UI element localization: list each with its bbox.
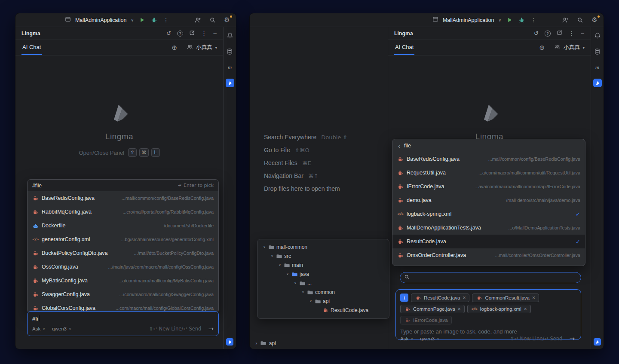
history-button[interactable]: ↺ <box>166 30 171 37</box>
remove-chip-button[interactable]: × <box>463 295 466 300</box>
tree-row[interactable]: ∨ src <box>257 251 389 260</box>
tree-row[interactable]: ∨ mall-common <box>257 242 389 251</box>
tab-ai-chat[interactable]: AI Chat <box>394 40 414 55</box>
debug-button[interactable] <box>150 16 158 24</box>
panel-more-button[interactable]: ⋮ <box>201 30 207 37</box>
run-button[interactable] <box>138 16 146 24</box>
new-conversation-button[interactable] <box>557 30 563 37</box>
database-button[interactable] <box>593 47 602 56</box>
model-select[interactable]: qwen3 ∨ <box>52 326 71 331</box>
tree-row[interactable]: ∨ api <box>257 297 389 306</box>
lingma-plugin-button[interactable] <box>593 79 602 87</box>
run-button[interactable] <box>506 16 513 24</box>
tree-row[interactable]: ∨ java <box>257 269 389 278</box>
more-actions-button[interactable]: ⋮ <box>530 16 537 24</box>
chevron-down-icon[interactable]: ∨ <box>278 263 282 267</box>
chevron-down-icon[interactable]: ∨ <box>285 272 290 276</box>
search-everywhere-button[interactable] <box>208 16 216 24</box>
panel-header: Lingma ↺ ? ⋮ − <box>388 27 591 40</box>
file-picker-row[interactable]: </> RabbitMqConfig.java ...cro/mall/port… <box>28 205 218 219</box>
more-actions-button[interactable]: ⋮ <box>162 16 170 24</box>
account-menu[interactable]: 小真真 ▾ <box>187 44 217 51</box>
settings-button[interactable]: ⚙ <box>591 16 598 24</box>
chevron-down-icon[interactable]: ∨ <box>262 245 267 249</box>
lingma-status-icon[interactable] <box>226 338 233 346</box>
file-picker-row[interactable]: </> Dockerfile /document/sh/Dockerfile <box>28 219 218 232</box>
file-picker-row[interactable]: </> MyBatisConfig.java ...a/com/macro/ma… <box>28 274 218 288</box>
minimize-panel-button[interactable]: − <box>580 31 585 37</box>
notifications-button[interactable] <box>593 31 602 40</box>
file-picker-row[interactable]: </> BaseRedisConfig.java ...mall/common/… <box>392 152 585 166</box>
file-name: generatorConfig.xml <box>42 236 90 242</box>
account-menu[interactable]: 小真真 ▾ <box>554 44 585 51</box>
send-button[interactable]: → <box>208 325 214 333</box>
context-search-field[interactable] <box>400 272 581 283</box>
chat-input-line[interactable]: #fi <box>32 315 214 322</box>
chat-input-box[interactable]: #fi Ask ∨ qwen3 ∨ ⇧↵ New Line/↵ Send <box>27 311 219 336</box>
context-chip[interactable]: </> ResultCode.java × <box>411 294 469 302</box>
file-picker-row[interactable]: </> demo.java /mall-demo/src/main/java/d… <box>392 193 585 207</box>
new-conversation-button[interactable] <box>189 30 195 37</box>
notifications-button[interactable] <box>225 31 235 40</box>
maven-button[interactable]: m <box>593 63 602 72</box>
status-breadcrumb-item[interactable]: api <box>269 340 276 346</box>
file-picker-row[interactable]: </> logback-spring.xml ✓ <box>392 207 585 221</box>
file-picker-row[interactable]: </> BucketPolicyConfigDto.java .../mall/… <box>28 246 218 260</box>
maven-button[interactable]: m <box>225 63 235 72</box>
chevron-down-icon[interactable]: ∨ <box>293 281 297 285</box>
minimize-panel-button[interactable]: − <box>213 31 217 37</box>
chevron-right-icon[interactable]: › <box>255 340 257 346</box>
context-chip[interactable]: </> CommonResult.java × <box>472 294 539 302</box>
model-select[interactable]: qwen3 ∨ <box>420 336 439 341</box>
file-picker-row[interactable]: </> RequestUtil.java ...a/com/macro/mall… <box>392 166 585 180</box>
run-config-selector[interactable]: MallAdminApplication <box>443 17 494 23</box>
chevron-down-icon[interactable]: ∨ <box>301 290 305 294</box>
back-chevron-icon[interactable]: ‹ <box>398 143 400 149</box>
add-context-button[interactable]: + <box>400 294 408 302</box>
file-path: ...a/com/macro/mall/common/util/RequestU… <box>449 170 580 175</box>
tab-ai-chat[interactable]: AI Chat <box>21 40 42 55</box>
remove-chip-button[interactable]: × <box>458 306 461 312</box>
tree-row[interactable]: ∨ common <box>257 288 389 297</box>
file-picker-row[interactable]: </> OssConfig.java .../main/java/com/mac… <box>28 260 218 274</box>
remove-chip-button[interactable]: × <box>524 306 527 312</box>
new-chat-button[interactable]: ⊕ <box>539 44 545 52</box>
tree-item-name: ... <box>307 280 312 286</box>
send-button[interactable]: → <box>569 335 575 343</box>
lingma-status-icon[interactable] <box>594 338 601 346</box>
context-chip[interactable]: </> logback-spring.xml × <box>467 305 531 313</box>
help-button[interactable]: ? <box>545 31 551 37</box>
remove-chip-button[interactable]: × <box>532 295 535 300</box>
ask-mode-select[interactable]: Ask ∨ <box>400 336 413 341</box>
file-picker-row[interactable]: </> BaseRedisConfig.java ...mall/common/… <box>28 191 218 205</box>
add-user-button[interactable] <box>561 16 569 24</box>
chevron-down-icon[interactable]: ∨ <box>270 254 274 258</box>
debug-button[interactable] <box>518 16 525 24</box>
file-picker-row[interactable]: </> MallDemoApplicationTests.java ...o/M… <box>392 221 585 235</box>
history-button[interactable]: ↺ <box>534 30 539 37</box>
file-picker-row[interactable]: </> OmsOrderController.java ...mall/cont… <box>392 248 585 262</box>
file-picker-row[interactable]: </> IErrorCode.java ...ava/com/macro/mal… <box>392 180 585 193</box>
ask-mode-select[interactable]: Ask ∨ <box>32 326 45 331</box>
run-config-selector[interactable]: MallAdminApplication <box>75 17 127 23</box>
tree-row[interactable]: ∨ ... <box>257 278 389 288</box>
help-button[interactable]: ? <box>177 31 183 37</box>
new-chat-button[interactable]: ⊕ <box>172 44 177 52</box>
context-chip[interactable]: </> CommonPage.java × <box>400 305 465 313</box>
context-input-box[interactable]: + </> ResultCode.java × <box>395 289 581 340</box>
tree-row[interactable]: ∨ ResultCode.java <box>257 306 389 315</box>
lingma-plugin-button[interactable] <box>226 79 234 87</box>
search-everywhere-button[interactable] <box>576 16 584 24</box>
file-path: ...cro/mall/portal/config/RabbitMqConfig… <box>95 209 214 214</box>
file-picker-row[interactable]: </> ResultCode.java ✓ <box>392 235 585 248</box>
gear-icon: ⚙ <box>591 17 597 23</box>
tree-row[interactable]: ∨ main <box>257 260 389 269</box>
panel-more-button[interactable]: ⋮ <box>569 30 574 37</box>
context-chip[interactable]: </> IErrorCode.java × <box>400 316 452 324</box>
add-user-button[interactable] <box>194 16 202 24</box>
file-picker-row[interactable]: </> SwaggerConfig.java .../com/macro/mal… <box>28 288 218 301</box>
settings-button[interactable]: ⚙ <box>223 16 231 24</box>
database-button[interactable] <box>225 47 235 56</box>
chevron-down-icon[interactable]: ∨ <box>309 299 313 303</box>
file-picker-row[interactable]: </> generatorConfig.xml ...bg/src/main/r… <box>28 232 218 246</box>
